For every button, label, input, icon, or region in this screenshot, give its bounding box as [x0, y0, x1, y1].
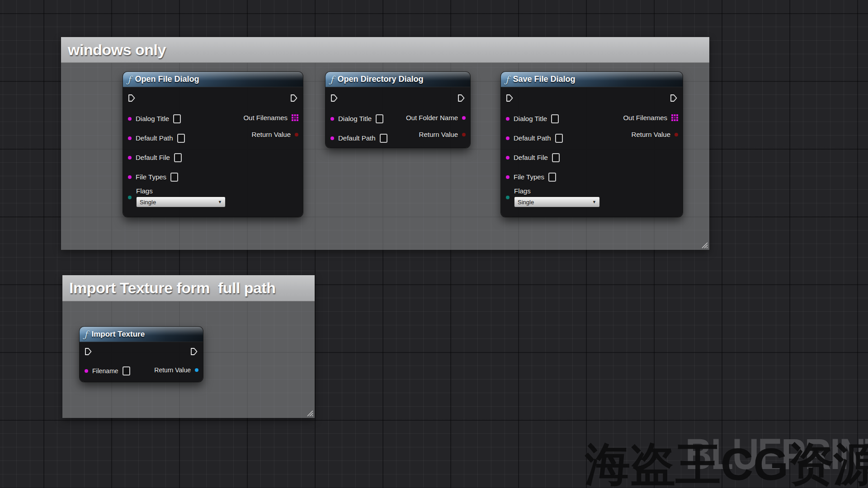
node-import-texture[interactable]: ƒ Import Texture Filename Return Value [80, 327, 203, 382]
input-pin-row: File Types [501, 167, 600, 187]
comment-resize-handle[interactable] [306, 409, 313, 417]
input-pin-row: Filename [80, 361, 130, 381]
pin-label: Filename [92, 367, 118, 375]
string-array-pin-icon[interactable] [292, 114, 298, 121]
exec-in-pin-icon[interactable] [85, 347, 92, 356]
pin-label: Default Path [136, 134, 173, 142]
pin-label: Dialog Title [338, 115, 372, 122]
pin-text-input[interactable] [380, 134, 387, 143]
pin-text-input[interactable] [555, 134, 563, 143]
node-title: Save File Dialog [513, 75, 575, 84]
enum-pin-row: Flags Single ▼ [123, 187, 226, 214]
string-pin-icon[interactable] [506, 175, 509, 179]
output-pin-row: Return Value [406, 126, 470, 143]
input-pin-row: Default File [123, 148, 226, 167]
string-pin-icon[interactable] [506, 117, 509, 121]
comment-title-bar[interactable]: windows only [61, 37, 709, 63]
string-pin-icon[interactable] [506, 156, 509, 160]
pin-label: Return Value [632, 131, 670, 138]
node-header[interactable]: ƒ Save File Dialog [501, 72, 683, 87]
pin-label: Default File [136, 154, 170, 161]
pin-text-input[interactable] [376, 114, 383, 123]
exec-pin-row [80, 342, 203, 361]
node-title: Open Directory Dialog [337, 75, 423, 84]
string-pin-icon[interactable] [128, 156, 132, 160]
input-pin-row: File Types [123, 167, 226, 187]
exec-in-pin-icon[interactable] [128, 94, 136, 102]
string-pin-icon[interactable] [330, 136, 334, 140]
string-pin-icon[interactable] [128, 117, 132, 121]
bool-pin-icon[interactable] [675, 133, 678, 136]
dropdown-arrow-icon: ▼ [218, 200, 222, 204]
dropdown-value: Single [140, 199, 156, 206]
function-icon: ƒ [505, 74, 509, 85]
flags-dropdown[interactable]: Single ▼ [136, 197, 226, 207]
comment-resize-handle[interactable] [701, 241, 708, 249]
node-header[interactable]: ƒ Open File Dialog [123, 72, 303, 87]
pin-label: Default Path [338, 134, 376, 142]
pin-text-input[interactable] [170, 173, 178, 182]
exec-pin-row [326, 87, 470, 109]
pin-text-input[interactable] [123, 366, 130, 375]
input-pin-row: Default Path [501, 128, 600, 148]
pin-label: File Types [514, 173, 544, 181]
dropdown-value: Single [518, 199, 534, 206]
pin-label: Default File [514, 154, 548, 161]
watermark-cg-resource-text: 海盗王CG资源 [585, 435, 868, 488]
pin-label: Return Value [154, 366, 191, 374]
string-pin-icon[interactable] [506, 136, 509, 140]
pin-label: File Types [136, 173, 166, 181]
pin-text-input[interactable] [552, 153, 560, 162]
pin-label: Flags [136, 187, 226, 195]
output-pin-row: Out Folder Name [406, 109, 470, 126]
pin-label: Flags [514, 187, 600, 195]
node-header[interactable]: ƒ Open Directory Dialog [326, 72, 470, 87]
exec-out-pin-icon[interactable] [190, 347, 198, 356]
input-pin-row: Default File [501, 148, 600, 167]
string-pin-icon[interactable] [462, 116, 466, 120]
exec-out-pin-icon[interactable] [458, 94, 465, 102]
enum-pin-icon[interactable] [128, 196, 132, 199]
pin-label: Default Path [514, 134, 551, 142]
node-title: Import Texture [91, 330, 145, 339]
dropdown-arrow-icon: ▼ [592, 200, 596, 204]
string-array-pin-icon[interactable] [671, 114, 678, 121]
flags-dropdown[interactable]: Single ▼ [514, 197, 600, 207]
pin-label: Out Filenames [623, 114, 667, 122]
node-open-directory-dialog[interactable]: ƒ Open Directory Dialog Dialog Title Def… [326, 72, 470, 148]
comment-title-text: Import Texture form full path [69, 279, 276, 297]
enum-pin-row: Flags Single ▼ [501, 187, 600, 214]
enum-pin-icon[interactable] [506, 196, 509, 199]
node-header[interactable]: ƒ Import Texture [80, 327, 203, 342]
string-pin-icon[interactable] [85, 369, 88, 373]
pin-label: Out Folder Name [406, 114, 458, 122]
node-open-file-dialog[interactable]: ƒ Open File Dialog Dialog Title Default … [123, 72, 303, 217]
comment-title-bar[interactable]: Import Texture form full path [62, 275, 315, 301]
pin-text-input[interactable] [173, 114, 181, 123]
bool-pin-icon[interactable] [462, 133, 466, 136]
object-pin-icon[interactable] [195, 368, 198, 372]
pin-label: Return Value [419, 131, 458, 138]
bool-pin-icon[interactable] [295, 133, 298, 136]
input-pin-row: Default Path [123, 128, 226, 148]
pin-label: Return Value [252, 131, 291, 138]
pin-text-input[interactable] [548, 173, 556, 182]
function-icon: ƒ [330, 74, 333, 85]
pin-text-input[interactable] [174, 153, 182, 162]
output-pin-row: Return Value [243, 126, 303, 143]
input-pin-row: Dialog Title [123, 109, 226, 128]
exec-in-pin-icon[interactable] [506, 94, 514, 102]
pin-text-input[interactable] [177, 134, 185, 143]
string-pin-icon[interactable] [128, 175, 132, 179]
string-pin-icon[interactable] [330, 117, 334, 121]
pin-label: Dialog Title [514, 115, 547, 122]
exec-out-pin-icon[interactable] [670, 94, 678, 102]
blueprint-graph-canvas[interactable]: BLUEPRINT 海盗王CG资源 windows only Import Te… [0, 0, 868, 488]
string-pin-icon[interactable] [128, 136, 132, 140]
node-save-file-dialog[interactable]: ƒ Save File Dialog Dialog Title Default … [501, 72, 683, 217]
pin-label: Dialog Title [136, 115, 169, 122]
pin-text-input[interactable] [551, 114, 559, 123]
exec-in-pin-icon[interactable] [330, 94, 338, 102]
input-pin-row: Dialog Title [326, 109, 387, 128]
exec-out-pin-icon[interactable] [290, 94, 298, 102]
